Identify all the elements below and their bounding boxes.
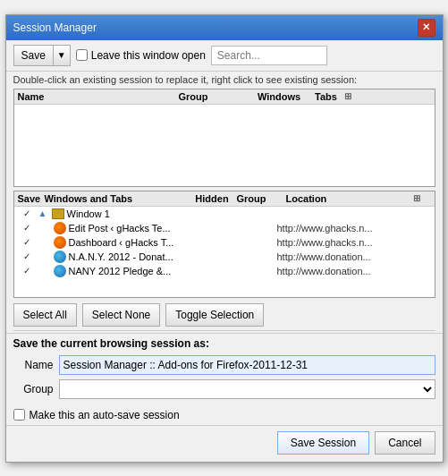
row-location: http://www.donation... <box>277 266 431 276</box>
row-window-name: Window 1 <box>67 208 110 219</box>
col-location-header: Location <box>286 193 413 204</box>
tab-favicon <box>54 265 66 277</box>
selection-buttons: Select All Select None Toggle Selection <box>6 298 443 330</box>
tab-favicon <box>54 236 66 249</box>
toggle-selection-button[interactable]: Toggle Selection <box>165 303 264 327</box>
close-button[interactable]: ✕ <box>418 19 435 37</box>
window-title: Session Manager <box>13 21 97 34</box>
table-row[interactable]: ✓ Dashboard ‹ gHacks T... http://www.gha… <box>14 235 435 250</box>
col-windows-header: Windows <box>250 91 309 102</box>
row-location: http://www.ghacks.n... <box>277 223 431 234</box>
row-check: ✓ <box>23 266 30 276</box>
group-select[interactable] <box>59 379 435 399</box>
autosave-row: Make this an auto-save session <box>6 407 443 425</box>
name-row: Name <box>13 355 435 375</box>
save-dropdown-arrow[interactable]: ▼ <box>53 45 71 66</box>
col-tabs-header: Tabs <box>309 91 344 102</box>
col-windows-tabs-header: Windows and Tabs <box>45 193 188 204</box>
col-group-header: Group <box>179 91 250 102</box>
instruction-text: Double-click an existing session to repl… <box>6 72 443 89</box>
col-hidden-header: Hidden <box>188 193 237 204</box>
row-tab-name: Dashboard ‹ gHacks T... <box>69 237 174 248</box>
save-btn-group: Save ▼ <box>13 45 71 66</box>
table-row[interactable]: ✓ ▲ Window 1 <box>14 207 435 221</box>
bottom-list-scroll-icon: ⊞ <box>413 193 431 203</box>
session-manager-window: Session Manager ✕ Save ▼ Leave this wind… <box>5 14 444 463</box>
bottom-list-header: Save Windows and Tabs Hidden Group Locat… <box>14 191 435 207</box>
row-tab-name: Edit Post ‹ gHacks Te... <box>69 223 171 234</box>
table-row[interactable]: ✓ N.A.N.Y. 2012 - Donat... http://www.do… <box>14 250 435 264</box>
footer-buttons: Save Session Cancel <box>6 425 443 462</box>
save-form-section: Save the current browsing session as: Na… <box>6 333 443 407</box>
select-none-button[interactable]: Select None <box>82 303 160 327</box>
folder-expand-icon: ▲ <box>36 208 50 220</box>
bottom-session-list[interactable]: Save Windows and Tabs Hidden Group Locat… <box>13 191 435 298</box>
row-tab-name: N.A.N.Y. 2012 - Donat... <box>69 251 173 262</box>
tab-favicon <box>54 251 66 263</box>
row-check: ✓ <box>23 208 30 218</box>
col-name-header: Name <box>18 91 179 102</box>
folder-icon <box>52 208 64 219</box>
col-save-header: Save <box>18 193 45 204</box>
divider <box>13 330 435 331</box>
row-location: http://www.ghacks.n... <box>277 237 431 248</box>
toolbar: Save ▼ Leave this window open <box>6 40 443 72</box>
leave-open-label: Leave this window open <box>76 49 206 62</box>
table-row[interactable]: ✓ NANY 2012 Pledge &... http://www.donat… <box>14 264 435 278</box>
save-button[interactable]: Save <box>13 45 53 66</box>
row-check: ✓ <box>23 251 30 261</box>
top-session-list: Name Group Windows Tabs ⊞ <box>13 89 435 187</box>
group-row: Group <box>13 379 435 399</box>
save-session-button[interactable]: Save Session <box>277 431 369 455</box>
row-tab-name: NANY 2012 Pledge &... <box>69 266 172 276</box>
top-list-scroll-icon: ⊞ <box>344 91 362 101</box>
cancel-button[interactable]: Cancel <box>375 431 435 455</box>
leave-open-checkbox[interactable] <box>76 49 88 61</box>
autosave-label: Make this an auto-save session <box>30 409 180 421</box>
name-label: Name <box>13 359 54 371</box>
search-input[interactable] <box>211 46 327 65</box>
title-bar: Session Manager ✕ <box>6 15 443 40</box>
top-list-header: Name Group Windows Tabs ⊞ <box>14 89 435 105</box>
row-check: ✓ <box>23 223 30 233</box>
autosave-checkbox[interactable] <box>13 409 25 421</box>
row-check: ✓ <box>23 237 30 247</box>
select-all-button[interactable]: Select All <box>13 303 77 327</box>
leave-open-text: Leave this window open <box>91 49 206 62</box>
row-location: http://www.donation... <box>277 251 431 262</box>
group-label: Group <box>13 383 54 395</box>
session-name-input[interactable] <box>59 355 435 375</box>
table-row[interactable]: ✓ Edit Post ‹ gHacks Te... http://www.gh… <box>14 221 435 235</box>
col-group2-header: Group <box>237 193 286 204</box>
save-form-title: Save the current browsing session as: <box>13 337 435 350</box>
tab-favicon <box>54 222 66 234</box>
